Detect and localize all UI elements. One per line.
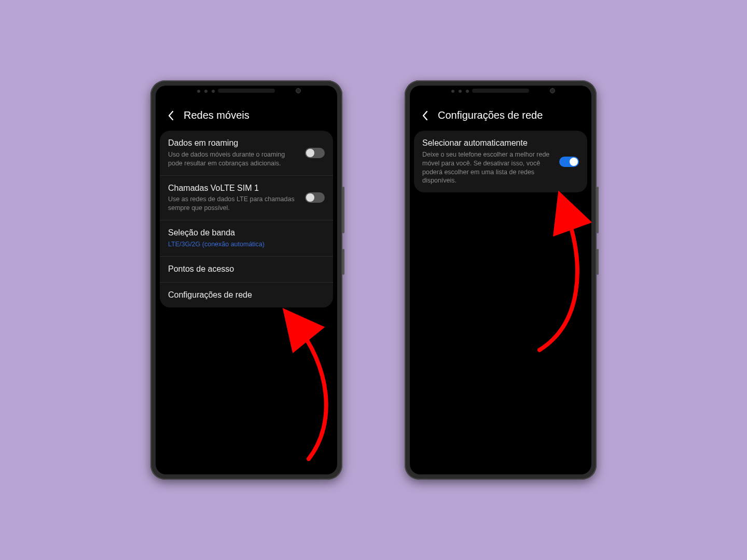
phone-camera [296,88,301,93]
row-title: Configurações de rede [168,290,325,301]
row-volte[interactable]: Chamadas VoLTE SIM 1 Use as redes de dad… [160,176,333,221]
toggle-data-roaming[interactable] [305,148,325,158]
row-network-settings[interactable]: Configurações de rede [160,283,333,308]
page-title: Redes móveis [184,109,250,121]
chevron-left-icon [168,110,174,121]
toggle-volte[interactable] [305,192,325,203]
row-subtitle: Deixe o seu telefone escolher a melhor r… [422,150,553,186]
phone-sensors [451,90,469,93]
back-button[interactable] [165,110,176,121]
settings-panel: Selecionar automaticamente Deixe o seu t… [414,131,587,192]
phone-speaker [472,89,529,93]
row-select-auto[interactable]: Selecionar automaticamente Deixe o seu t… [414,131,587,192]
phone-camera [550,88,555,93]
screen-network-settings: Configurações de rede Selecionar automat… [410,86,591,474]
row-title: Dados em roaming [168,138,299,149]
phone-speaker [218,89,275,93]
screen-mobile-networks: Redes móveis Dados em roaming Uso de dad… [156,86,337,474]
row-title: Pontos de acesso [168,264,325,275]
row-subtitle: Uso de dados móveis durante o roaming po… [168,150,299,168]
row-title: Chamadas VoLTE SIM 1 [168,183,299,194]
row-subtitle: LTE/3G/2G (conexão automática) [168,240,325,249]
row-subtitle: Use as redes de dados LTE para chamadas … [168,195,299,213]
chevron-left-icon [422,110,428,121]
toggle-select-auto[interactable] [559,157,579,167]
row-title: Selecionar automaticamente [422,138,553,149]
page-title: Configurações de rede [438,109,543,121]
back-button[interactable] [419,110,431,121]
settings-panel: Dados em roaming Uso de dados móveis dur… [160,131,333,307]
row-data-roaming[interactable]: Dados em roaming Uso de dados móveis dur… [160,131,333,176]
row-band-selection[interactable]: Seleção de banda LTE/3G/2G (conexão auto… [160,220,333,257]
header-bar: Redes móveis [156,102,337,131]
phone-sensors [197,90,215,93]
row-title: Seleção de banda [168,228,325,239]
row-access-points[interactable]: Pontos de acesso [160,257,333,283]
phone-network-settings: Configurações de rede Selecionar automat… [405,80,597,480]
header-bar: Configurações de rede [410,102,591,131]
phone-mobile-networks: Redes móveis Dados em roaming Uso de dad… [150,80,342,480]
